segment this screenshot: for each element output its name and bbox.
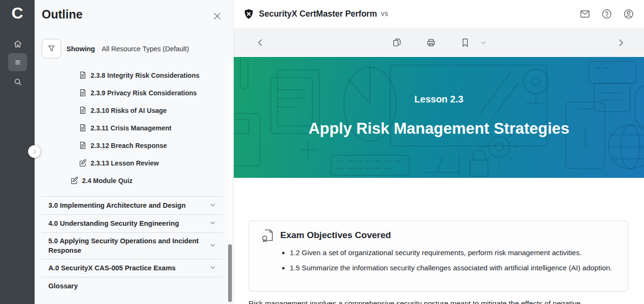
certificate-icon bbox=[260, 228, 275, 242]
course-title: SecurityX CertMaster Perform bbox=[259, 9, 377, 19]
edit-icon bbox=[70, 176, 78, 184]
outline-panel: Outline Showing All Resource Types (Defa… bbox=[35, 0, 234, 304]
main-content: SecurityX CertMaster Perform V5 bbox=[234, 0, 644, 304]
app-root: C Outline bbox=[0, 0, 644, 304]
filter-button[interactable] bbox=[42, 39, 61, 58]
outline-section-label: 5.0 Applying Security Operations and Inc… bbox=[48, 233, 201, 259]
mail-icon bbox=[580, 9, 590, 19]
chevron-down-icon bbox=[209, 201, 216, 210]
outline-title: Outline bbox=[42, 8, 83, 21]
body-paragraph: Risk management involves a comprehensive… bbox=[248, 298, 628, 304]
close-icon bbox=[212, 11, 222, 21]
outline-section-glossary[interactable]: Glossary bbox=[42, 277, 223, 295]
document-icon bbox=[79, 89, 87, 97]
forward-button[interactable] bbox=[613, 35, 628, 50]
outline-item[interactable]: 2.3.13 Lesson Review bbox=[35, 154, 233, 172]
print-icon bbox=[426, 37, 436, 48]
lesson-list: 2.3.8 Integrity Risk Considerations 2.3.… bbox=[35, 66, 233, 189]
outline-item-label: 2.3.12 Breach Response bbox=[91, 142, 167, 149]
edit-icon bbox=[79, 159, 87, 167]
lesson-number: Lesson 2.3 bbox=[414, 94, 463, 105]
outline-item[interactable]: 2.3.12 Breach Response bbox=[35, 137, 233, 154]
outline-item-label: 2.4 Module Quiz bbox=[82, 177, 133, 184]
filter-value: All Resource Types (Default) bbox=[101, 45, 189, 53]
copy-button[interactable] bbox=[389, 35, 405, 50]
outline-item-label: 2.3.9 Privacy Risk Considerations bbox=[91, 89, 197, 97]
menu-icon bbox=[13, 57, 23, 67]
bookmark-dropdown-button[interactable] bbox=[476, 35, 491, 50]
outline-section-label: 3.0 Implementing Architecture and Design bbox=[48, 197, 186, 214]
outline-scrollbar[interactable] bbox=[228, 62, 232, 304]
search-icon bbox=[13, 77, 23, 87]
user-icon bbox=[623, 9, 634, 19]
outline-section-label: 4.0 Understanding Security Engineering bbox=[48, 215, 179, 232]
chevron-left-icon bbox=[255, 37, 266, 48]
outline-sections: 3.0 Implementing Architecture and Design… bbox=[35, 196, 233, 295]
document-icon bbox=[79, 141, 87, 149]
outline-section[interactable]: 3.0 Implementing Architecture and Design bbox=[42, 196, 223, 214]
lesson-banner-text: Lesson 2.3 Apply Risk Management Strateg… bbox=[234, 57, 644, 176]
outline-item-label: 2.3.11 Crisis Management bbox=[91, 124, 171, 132]
copy-icon bbox=[392, 37, 402, 48]
outline-section-label: Glossary bbox=[48, 278, 78, 295]
exam-objectives-list: 1.2 Given a set of organizational securi… bbox=[290, 247, 616, 273]
outline-item-label: 2.3.8 Integrity Risk Considerations bbox=[91, 72, 200, 79]
print-button[interactable] bbox=[423, 35, 439, 50]
document-icon bbox=[79, 71, 87, 79]
chevron-right-icon bbox=[616, 37, 626, 48]
account-button[interactable] bbox=[622, 8, 635, 20]
help-button[interactable] bbox=[600, 8, 613, 20]
outline-item[interactable]: 2.3.9 Privacy Risk Considerations bbox=[35, 84, 233, 101]
panel-expander-button[interactable] bbox=[28, 145, 41, 158]
outline-item[interactable]: 2.3.8 Integrity Risk Considerations bbox=[35, 66, 233, 84]
outline-item[interactable]: 2.4 Module Quiz bbox=[35, 172, 233, 189]
back-button[interactable] bbox=[253, 35, 268, 50]
exam-objectives-header: Exam Objectives Covered bbox=[260, 228, 616, 242]
outline-section-label: A.0 SecurityX CAS-005 Practice Exams bbox=[48, 260, 175, 277]
chevron-down-icon bbox=[209, 219, 216, 228]
exam-objectives-title: Exam Objectives Covered bbox=[280, 230, 391, 240]
outline-item-label: 2.3.10 Risks of AI Usage bbox=[91, 107, 167, 114]
lesson-banner: Lesson 2.3 Apply Risk Management Strateg… bbox=[234, 57, 644, 178]
mail-button[interactable] bbox=[579, 8, 591, 20]
exam-objective-item: 1.5 Summarize the information security c… bbox=[290, 262, 616, 274]
bookmark-icon bbox=[460, 37, 470, 48]
header-actions bbox=[579, 8, 635, 20]
lesson-title: Apply Risk Management Strategies bbox=[308, 120, 569, 138]
search-button[interactable] bbox=[8, 73, 27, 91]
course-version: V5 bbox=[381, 11, 388, 18]
document-icon bbox=[79, 124, 87, 132]
chevron-right-icon bbox=[32, 149, 37, 155]
chevron-down-icon bbox=[480, 39, 487, 46]
home-icon bbox=[13, 39, 23, 49]
home-button[interactable] bbox=[8, 35, 27, 53]
scrollbar-thumb[interactable] bbox=[228, 244, 232, 302]
document-icon bbox=[79, 106, 87, 114]
chevron-down-icon bbox=[209, 264, 216, 273]
outline-section[interactable]: 5.0 Applying Security Operations and Inc… bbox=[42, 232, 223, 259]
outline-section[interactable]: A.0 SecurityX CAS-005 Practice Exams bbox=[42, 259, 223, 277]
filter-showing-label: Showing bbox=[66, 45, 95, 53]
chevron-down-icon bbox=[209, 241, 216, 250]
bookmark-button[interactable] bbox=[458, 35, 473, 50]
outline-close-button[interactable] bbox=[212, 11, 223, 22]
funnel-icon bbox=[47, 44, 56, 53]
exam-objective-item: 1.2 Given a set of organizational securi… bbox=[290, 247, 616, 258]
filter-row: Showing All Resource Types (Default) bbox=[42, 39, 189, 58]
outline-item-label: 2.3.13 Lesson Review bbox=[91, 159, 159, 167]
outline-item[interactable]: 2.3.10 Risks of AI Usage bbox=[35, 101, 233, 119]
main-header: SecurityX CertMaster Perform V5 bbox=[234, 0, 644, 28]
left-rail: C bbox=[0, 0, 35, 304]
outline-menu-button[interactable] bbox=[8, 53, 27, 71]
help-icon bbox=[601, 9, 612, 19]
shield-x-icon bbox=[243, 9, 254, 19]
exam-objectives-card: Exam Objectives Covered 1.2 Given a set … bbox=[248, 221, 628, 292]
content-toolbar bbox=[234, 29, 644, 56]
outline-item[interactable]: 2.3.11 Crisis Management bbox=[35, 119, 233, 137]
comptia-logo[interactable]: C bbox=[0, 4, 35, 22]
outline-section[interactable]: 4.0 Understanding Security Engineering bbox=[42, 214, 223, 232]
